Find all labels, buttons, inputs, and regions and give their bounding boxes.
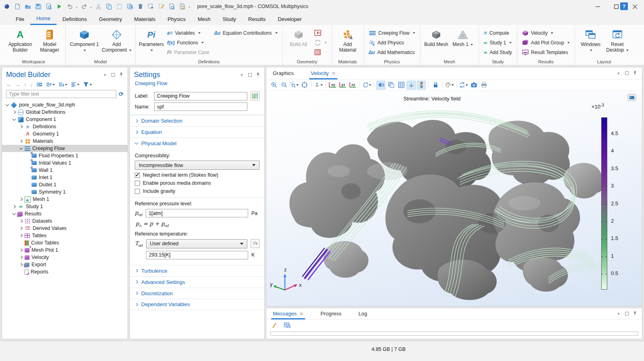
plot-image-button[interactable] <box>627 94 636 102</box>
tree-expander-icon[interactable] <box>19 140 22 143</box>
compute-button[interactable]: =Compute <box>482 28 514 38</box>
build-mesh-button[interactable]: Build Mesh <box>424 27 449 48</box>
run-icon[interactable] <box>55 2 64 11</box>
menu-file[interactable]: File <box>10 13 30 25</box>
clear-selection-icon[interactable] <box>157 2 166 11</box>
tab-graphics[interactable]: Graphics <box>271 67 295 79</box>
menu-home[interactable]: Home <box>30 13 56 25</box>
panel-float-icon[interactable] <box>247 73 252 77</box>
tree-expander-icon[interactable] <box>19 125 22 128</box>
tree-expander-icon[interactable] <box>12 211 15 215</box>
zoom-box-icon[interactable] <box>290 81 299 90</box>
tree-item-results[interactable]: Results <box>2 210 128 217</box>
section-advanced-settings[interactable]: Advanced Settings <box>130 276 264 288</box>
section-equation[interactable]: Equation <box>130 126 264 138</box>
filter-icon[interactable] <box>83 82 92 87</box>
section-domain-selection[interactable]: Domain Selection <box>130 115 264 126</box>
go-to-source-button[interactable] <box>251 239 259 248</box>
tree-item-export[interactable]: Export <box>2 261 128 268</box>
result-templates-button[interactable]: Result Templates <box>521 48 571 57</box>
tree-expander-icon[interactable] <box>12 117 15 120</box>
menu-results[interactable]: Results <box>242 13 272 25</box>
velocity-plot-button[interactable]: Velocity <box>521 28 571 38</box>
variables-button[interactable]: a=Variables <box>165 28 211 38</box>
import-geometry-button[interactable] <box>313 28 328 38</box>
study-1-button[interactable]: ∞Study 1 <box>482 38 514 47</box>
tree-filter-input[interactable] <box>6 90 116 98</box>
tree-item-definitions[interactable]: ≡Definitions <box>2 123 128 130</box>
view-xy-icon[interactable]: xy <box>328 81 337 90</box>
tree-item-inlet-1[interactable]: Inlet 1 <box>2 174 128 181</box>
panel-pin-icon[interactable] <box>119 73 123 77</box>
print-icon[interactable] <box>479 81 488 90</box>
equation-contributions-button[interactable]: ΔuEquation Contributions <box>213 28 279 38</box>
add-physics-button[interactable]: Add Physics <box>367 38 417 47</box>
new-file-icon[interactable] <box>13 2 22 11</box>
tree-item-creeping-flow[interactable]: Creeping Flow <box>2 145 128 152</box>
tree-item-materials[interactable]: Materials <box>2 138 128 145</box>
refresh-icon[interactable]: ⟳ <box>119 91 123 97</box>
tree-item-wall-1[interactable]: Wall 1 <box>2 167 128 174</box>
tree-item-symmetry-1[interactable]: Symmetry 1 <box>2 188 128 196</box>
ref-temperature-select[interactable]: User defined <box>146 239 247 248</box>
tab-progress[interactable]: Progress <box>319 308 343 319</box>
name-input[interactable] <box>154 102 247 111</box>
tree-expander-icon[interactable] <box>12 111 15 114</box>
graphics-viewport[interactable]: Streamline: Velocity field ×10-3 4.543.5… <box>266 91 642 306</box>
panel-menu-chevron-icon[interactable]: ▾ <box>239 73 244 77</box>
message-table-icon[interactable] <box>282 321 291 330</box>
tree-item-mesh-1[interactable]: Mesh 1 <box>2 196 128 203</box>
open-file-icon[interactable] <box>23 2 32 11</box>
rotate-icon[interactable] <box>362 81 371 90</box>
collapse-all-icon[interactable] <box>46 82 55 87</box>
back-icon[interactable]: ← <box>6 81 11 88</box>
add-mathematics-button[interactable]: ΔuAdd Mathematics <box>367 48 417 57</box>
tree-expander-icon[interactable] <box>19 227 22 230</box>
physics-interface-button[interactable]: Creeping Flow <box>367 28 417 38</box>
tab-velocity[interactable]: Velocity✕ <box>309 67 337 79</box>
snapshot-icon[interactable] <box>469 81 478 90</box>
panel-menu-chevron-icon[interactable]: ▾ <box>102 73 107 77</box>
zoom-extents-icon[interactable] <box>300 81 309 90</box>
move-up-icon[interactable]: ↑ <box>24 81 27 88</box>
label-input[interactable] <box>154 92 247 100</box>
zoom-selected-icon[interactable] <box>167 2 176 11</box>
tree-item-mesh-plot-1[interactable]: Mesh Plot 1 <box>2 246 128 254</box>
panel-pin-icon[interactable] <box>632 71 637 76</box>
parameter-case-button[interactable]: PiParameter Case <box>165 48 211 57</box>
view-yz-icon[interactable]: yz <box>338 81 347 90</box>
tree-item-reports[interactable]: Reports <box>2 268 128 275</box>
tab-log[interactable]: Log <box>357 308 369 319</box>
messages-output[interactable] <box>270 332 638 336</box>
copy-icon[interactable] <box>105 2 113 11</box>
build-all-button[interactable]: Build All <box>286 27 311 48</box>
zoom-all-icon[interactable] <box>178 2 187 11</box>
application-builder-button[interactable]: A Application Builder <box>5 27 36 53</box>
tree-item-component-1[interactable]: Component 1 <box>2 116 128 123</box>
menu-physics[interactable]: Physics <box>161 13 192 25</box>
section-physical-model[interactable]: Physical Model <box>130 138 264 149</box>
ref-temperature-input[interactable] <box>146 251 248 259</box>
tree-expander-icon[interactable] <box>5 102 8 106</box>
duplicate-icon[interactable] <box>125 2 134 11</box>
model-manager-button[interactable]: Model Manager <box>37 27 62 53</box>
panel-menu-chevron-icon[interactable]: ▾ <box>616 311 621 316</box>
porous-media-checkbox[interactable]: Enable porous media domains <box>135 180 259 186</box>
panel-float-icon[interactable] <box>111 73 115 77</box>
zoom-out-icon[interactable] <box>280 81 289 90</box>
transparency-icon[interactable] <box>387 81 395 90</box>
component-1-button[interactable]: Component 1 <box>69 27 100 53</box>
rebuild-button[interactable] <box>313 38 328 47</box>
section-dependent-variables[interactable]: Dependent Variables <box>130 299 264 310</box>
menu-materials[interactable]: Materials <box>128 13 161 25</box>
panel-menu-chevron-icon[interactable]: ▾ <box>616 71 621 76</box>
redo-chevron-icon[interactable]: ⌄ <box>90 4 93 8</box>
show-axis-orientation-icon[interactable] <box>407 81 416 90</box>
forward-icon[interactable]: → <box>15 81 20 88</box>
update-plot-icon[interactable] <box>459 81 468 90</box>
undo-chevron-icon[interactable]: ⌄ <box>75 4 78 8</box>
select-box-icon[interactable] <box>146 2 155 11</box>
tree-item-study-1[interactable]: ∞Study 1 <box>2 203 128 210</box>
tree-item-geometry-1[interactable]: AGeometry 1 <box>2 130 128 138</box>
tree-expander-icon[interactable] <box>19 219 22 223</box>
